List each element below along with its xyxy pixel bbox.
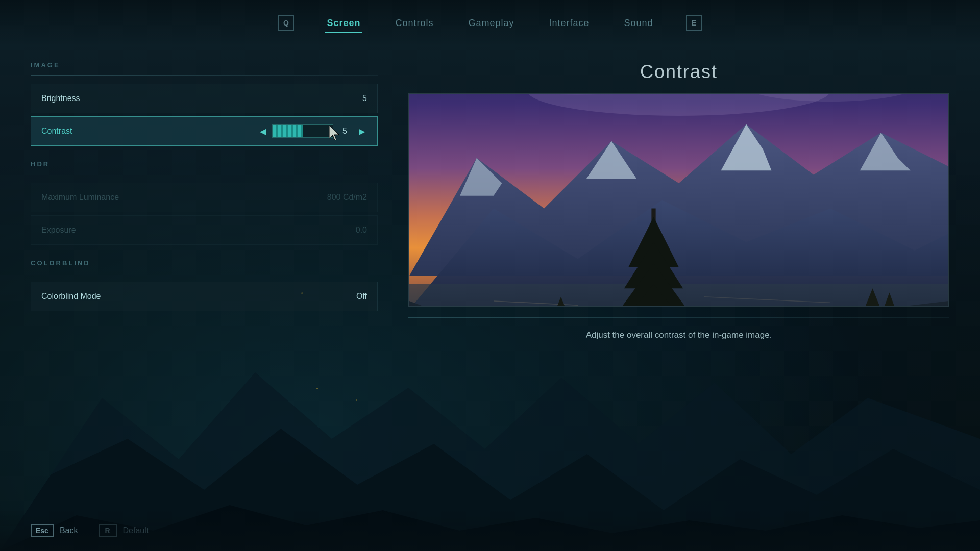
right-nav-key[interactable]: E bbox=[686, 15, 702, 31]
contrast-slider-value: 5 bbox=[342, 127, 353, 136]
preview-description: Adjust the overall contrast of the in-ga… bbox=[408, 328, 949, 342]
contrast-slider-control: ◀ 5 ▶ bbox=[258, 124, 367, 138]
main-content: IMAGE Brightness 5 Contrast ◀ 5 ▶ HDR Ma… bbox=[0, 46, 980, 510]
max-luminance-row: Maximum Luminance 800 Cd/m2 bbox=[31, 183, 378, 212]
main-nav: Q Screen Controls Gameplay Interface Sou… bbox=[0, 0, 980, 46]
brightness-row[interactable]: Brightness 5 bbox=[31, 84, 378, 113]
preview-title: Contrast bbox=[408, 61, 949, 83]
contrast-slider-fill bbox=[273, 125, 303, 137]
back-action[interactable]: Esc Back bbox=[31, 524, 78, 537]
tab-interface[interactable]: Interface bbox=[547, 14, 592, 33]
image-divider bbox=[31, 75, 378, 76]
default-label: Default bbox=[123, 526, 149, 535]
exposure-value: 0.0 bbox=[356, 226, 367, 235]
tab-screen[interactable]: Screen bbox=[325, 14, 362, 33]
contrast-arrow-right[interactable]: ▶ bbox=[357, 124, 367, 138]
colorblind-mode-label: Colorblind Mode bbox=[41, 292, 101, 301]
contrast-label: Contrast bbox=[41, 127, 72, 136]
preview-background bbox=[409, 94, 948, 306]
left-nav-key[interactable]: Q bbox=[278, 15, 294, 31]
back-label: Back bbox=[60, 526, 78, 535]
preview-panel: Contrast bbox=[408, 61, 949, 495]
contrast-row[interactable]: Contrast ◀ 5 ▶ bbox=[31, 116, 378, 146]
hdr-divider bbox=[31, 174, 378, 174]
colorblind-mode-row[interactable]: Colorblind Mode Off bbox=[31, 282, 378, 311]
settings-panel: IMAGE Brightness 5 Contrast ◀ 5 ▶ HDR Ma… bbox=[31, 61, 378, 495]
colorblind-divider bbox=[31, 273, 378, 273]
default-action[interactable]: R Default bbox=[99, 524, 149, 537]
back-key-badge: Esc bbox=[31, 524, 54, 537]
max-luminance-value: 800 Cd/m2 bbox=[327, 193, 367, 202]
hdr-section-label: HDR bbox=[31, 160, 378, 168]
tab-controls[interactable]: Controls bbox=[393, 14, 435, 33]
default-key-badge: R bbox=[99, 524, 117, 537]
preview-image bbox=[408, 93, 949, 307]
colorblind-mode-value: Off bbox=[356, 292, 367, 301]
exposure-label: Exposure bbox=[41, 226, 76, 235]
contrast-arrow-left[interactable]: ◀ bbox=[258, 124, 268, 138]
brightness-value: 5 bbox=[362, 94, 367, 103]
image-section-label: IMAGE bbox=[31, 61, 378, 69]
bottom-bar: Esc Back R Default bbox=[0, 510, 980, 551]
tab-gameplay[interactable]: Gameplay bbox=[466, 14, 516, 33]
tab-sound[interactable]: Sound bbox=[622, 14, 655, 33]
contrast-slider-bar[interactable] bbox=[272, 124, 333, 138]
brightness-label: Brightness bbox=[41, 94, 80, 103]
preview-divider bbox=[408, 317, 949, 318]
max-luminance-label: Maximum Luminance bbox=[41, 193, 119, 202]
colorblind-section-label: COLORBLIND bbox=[31, 259, 378, 267]
exposure-row: Exposure 0.0 bbox=[31, 215, 378, 245]
